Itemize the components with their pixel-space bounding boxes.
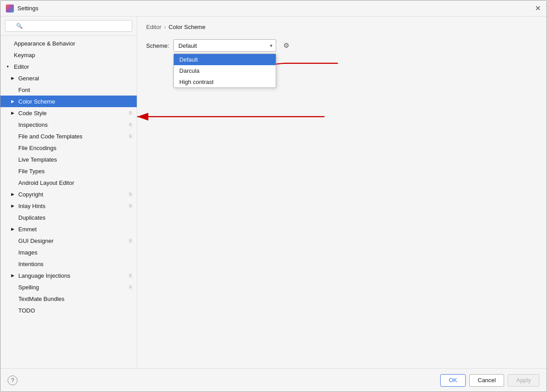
sidebar-item-copyright[interactable]: ▶Copyright⎘ bbox=[0, 188, 137, 200]
sidebar-item-file-code-templates[interactable]: File and Code Templates⎘ bbox=[0, 130, 137, 142]
sidebar-item-general[interactable]: ▶General bbox=[0, 72, 137, 84]
nav-item-label: Android Layout Editor bbox=[18, 179, 132, 186]
nav-item-label: File and Code Templates bbox=[18, 133, 127, 140]
nav-item-label: General bbox=[18, 75, 132, 82]
nav-item-label: File Encodings bbox=[18, 145, 132, 151]
settings-window: Settings ✕ 🔍 Appearance & BehaviorKeymap… bbox=[0, 0, 547, 392]
chevron-icon: ▶ bbox=[11, 227, 17, 231]
search-input[interactable] bbox=[5, 20, 132, 32]
nav-item-label: Inspections bbox=[18, 121, 127, 128]
gear-button[interactable]: ⚙ bbox=[281, 40, 292, 51]
sidebar-item-live-templates[interactable]: Live Templates bbox=[0, 154, 137, 165]
nav-item-label: Intentions bbox=[18, 261, 132, 267]
nav-item-label: Images bbox=[18, 249, 132, 256]
sidebar-item-font[interactable]: Font bbox=[0, 84, 137, 96]
nav-item-label: Code Style bbox=[18, 110, 127, 117]
copy-icon: ⎘ bbox=[129, 284, 132, 290]
sidebar-item-todo[interactable]: TODO bbox=[0, 304, 137, 316]
search-box: 🔍 bbox=[0, 17, 137, 36]
copy-icon: ⎘ bbox=[129, 192, 132, 197]
scheme-select[interactable]: DefaultDarculaHigh contrast bbox=[173, 39, 276, 52]
copy-icon: ⎘ bbox=[129, 110, 132, 116]
scheme-row: Scheme: DefaultDarculaHigh contrast ▾ De… bbox=[146, 39, 538, 52]
sidebar-item-emmet[interactable]: ▶Emmet bbox=[0, 223, 137, 235]
breadcrumb-parent: Editor bbox=[146, 24, 161, 30]
chevron-icon: ▶ bbox=[11, 111, 17, 115]
nav-item-label: Duplicates bbox=[18, 214, 132, 221]
nav-item-label: Spelling bbox=[18, 284, 127, 291]
chevron-icon: ▶ bbox=[11, 204, 17, 208]
bottom-bar: ? OK Cancel Apply bbox=[0, 368, 547, 392]
copy-icon: ⎘ bbox=[129, 122, 132, 127]
sidebar-item-file-encodings[interactable]: File Encodings bbox=[0, 142, 137, 154]
chevron-icon: ▶ bbox=[11, 192, 17, 196]
sidebar-item-spelling[interactable]: Spelling⎘ bbox=[0, 281, 137, 293]
sidebar-item-appearance[interactable]: Appearance & Behavior bbox=[0, 38, 137, 49]
scheme-dropdown-popup: DefaultDarculaHigh contrast bbox=[173, 54, 276, 88]
nav-item-label: Appearance & Behavior bbox=[14, 40, 132, 47]
sidebar-item-intentions[interactable]: Intentions bbox=[0, 258, 137, 270]
sidebar-item-keymap[interactable]: Keymap bbox=[0, 49, 137, 61]
nav-item-label: Editor bbox=[14, 63, 132, 70]
nav-item-label: TextMate Bundles bbox=[18, 296, 132, 302]
chevron-icon: ▾ bbox=[7, 64, 12, 69]
window-title: Settings bbox=[17, 5, 534, 12]
main-content: 🔍 Appearance & BehaviorKeymap▾Editor▶Gen… bbox=[0, 17, 547, 368]
breadcrumb-separator: › bbox=[164, 24, 166, 30]
breadcrumb: Editor › Color Scheme bbox=[146, 24, 538, 30]
nav-item-label: Inlay Hints bbox=[18, 203, 127, 209]
sidebar-item-file-types[interactable]: File Types bbox=[0, 165, 137, 177]
nav-item-label: Font bbox=[18, 87, 132, 93]
scheme-select-wrap: DefaultDarculaHigh contrast ▾ DefaultDar… bbox=[173, 39, 276, 52]
sidebar-item-editor[interactable]: ▾Editor bbox=[0, 61, 137, 72]
right-panel: Editor › Color Scheme Scheme: DefaultDar… bbox=[137, 17, 547, 368]
dropdown-item-darcula[interactable]: Darcula bbox=[174, 65, 276, 76]
nav-item-label: Copyright bbox=[18, 191, 127, 198]
app-icon bbox=[6, 4, 14, 13]
sidebar-item-language-injections[interactable]: ▶Language Injections⎘ bbox=[0, 270, 137, 281]
copy-icon: ⎘ bbox=[129, 203, 132, 209]
nav-item-label: TODO bbox=[18, 307, 132, 314]
search-wrap: 🔍 bbox=[5, 20, 132, 32]
nav-item-label: File Types bbox=[18, 168, 132, 175]
chevron-icon: ▶ bbox=[11, 99, 17, 104]
sidebar-item-inlay-hints[interactable]: ▶Inlay Hints⎘ bbox=[0, 200, 137, 212]
sidebar-item-textmate-bundles[interactable]: TextMate Bundles bbox=[0, 293, 137, 304]
scheme-label: Scheme: bbox=[146, 42, 169, 49]
copy-icon: ⎘ bbox=[129, 273, 132, 278]
sidebar-item-color-scheme[interactable]: ▶Color Scheme bbox=[0, 96, 137, 107]
nav-item-label: GUI Designer bbox=[18, 238, 127, 244]
apply-button[interactable]: Apply bbox=[508, 374, 539, 387]
chevron-icon: ▶ bbox=[11, 76, 17, 80]
dropdown-item-default[interactable]: Default bbox=[174, 54, 276, 65]
sidebar: 🔍 Appearance & BehaviorKeymap▾Editor▶Gen… bbox=[0, 17, 137, 368]
chevron-icon: ▶ bbox=[11, 273, 17, 278]
nav-item-label: Language Injections bbox=[18, 272, 127, 279]
sidebar-item-inspections[interactable]: Inspections⎘ bbox=[0, 119, 137, 130]
nav-item-label: Keymap bbox=[14, 52, 132, 58]
help-button[interactable]: ? bbox=[8, 375, 17, 385]
nav-item-label: Live Templates bbox=[18, 156, 132, 163]
breadcrumb-current: Color Scheme bbox=[168, 24, 205, 30]
gear-icon: ⚙ bbox=[283, 42, 289, 50]
nav-list: Appearance & BehaviorKeymap▾Editor▶Gener… bbox=[0, 36, 137, 368]
title-bar: Settings ✕ bbox=[0, 0, 547, 17]
copy-icon: ⎘ bbox=[129, 238, 132, 243]
sidebar-item-android-layout-editor[interactable]: Android Layout Editor bbox=[0, 177, 137, 188]
sidebar-item-images[interactable]: Images bbox=[0, 246, 137, 258]
nav-item-label: Emmet bbox=[18, 226, 132, 233]
sidebar-item-duplicates[interactable]: Duplicates bbox=[0, 212, 137, 223]
nav-item-label: Color Scheme bbox=[18, 98, 132, 105]
sidebar-item-code-style[interactable]: ▶Code Style⎘ bbox=[0, 107, 137, 119]
copy-icon: ⎘ bbox=[129, 133, 132, 139]
close-button[interactable]: ✕ bbox=[534, 5, 541, 12]
cancel-button[interactable]: Cancel bbox=[469, 374, 504, 387]
ok-button[interactable]: OK bbox=[440, 374, 466, 387]
sidebar-item-gui-designer[interactable]: GUI Designer⎘ bbox=[0, 235, 137, 246]
dropdown-item-high-contrast[interactable]: High contrast bbox=[174, 76, 276, 88]
